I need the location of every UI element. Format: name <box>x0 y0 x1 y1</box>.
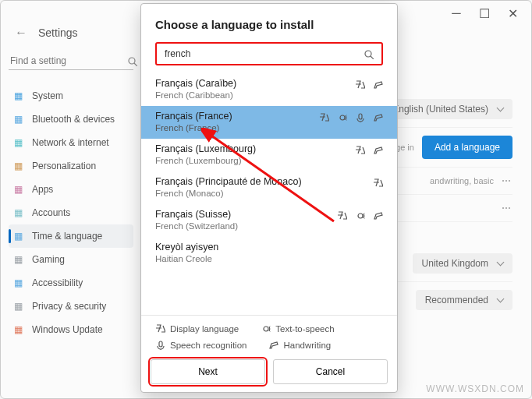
search-icon <box>127 56 137 66</box>
language-search[interactable] <box>155 42 383 65</box>
language-native-name: Français (Caraïbe) <box>155 78 383 89</box>
sidebar-item-accounts[interactable]: ▦Accounts <box>9 201 133 224</box>
language-list[interactable]: Français (Caraïbe)French (Caribbean)Fran… <box>141 73 397 315</box>
dialog-title: Choose a language to install <box>155 18 383 31</box>
sidebar-item-windows-update[interactable]: ▦Windows Update <box>9 318 133 341</box>
feature-handwriting: Handwriting <box>268 340 331 350</box>
maximize-button[interactable]: ☐ <box>470 2 498 24</box>
language-option[interactable]: Français (Luxembourg)French (Luxembourg) <box>141 139 397 171</box>
tts-icon <box>355 210 365 221</box>
language-english-name: French (Switzerland) <box>155 221 383 231</box>
language-option[interactable]: Français (Suisse)French (Switzerland) <box>141 204 397 237</box>
sidebar-item-label: Windows Update <box>32 324 103 335</box>
sidebar-item-time-language[interactable]: ▦Time & language <box>9 224 133 248</box>
next-button[interactable]: Next <box>151 359 265 384</box>
sidebar-item-apps[interactable]: ▦Apps <box>9 178 133 201</box>
install-language-dialog: Choose a language to install Français (C… <box>140 3 398 393</box>
feature-tts: Text-to-speech <box>261 323 334 334</box>
window-title: Settings <box>38 26 78 39</box>
language-english-name: French (France) <box>155 123 383 132</box>
search-icon <box>364 49 374 59</box>
sidebar-item-system[interactable]: ▦System <box>9 84 133 108</box>
hand-icon <box>373 112 383 122</box>
display-language-select[interactable]: English (United States) <box>383 99 512 119</box>
sidebar-item-label: Personalization <box>32 161 96 171</box>
hand-icon <box>373 210 383 221</box>
language-native-name: Français (Luxembourg) <box>155 143 383 154</box>
sidebar: ▦System▦Bluetooth & devices▦Network & in… <box>1 46 141 394</box>
language-option[interactable]: Français (France)French (France) <box>141 106 397 139</box>
sidebar-item-privacy-security[interactable]: ▦Privacy & security <box>9 295 133 318</box>
mic-icon <box>155 340 165 350</box>
sidebar-item-label: Bluetooth & devices <box>32 114 115 125</box>
mic-icon <box>355 112 365 122</box>
hand-icon <box>373 145 383 155</box>
sidebar-item-network-internet[interactable]: ▦Network & internet <box>9 131 133 154</box>
country-select[interactable]: United Kingdom <box>413 253 512 274</box>
back-icon[interactable]: ← <box>15 26 27 40</box>
language-option[interactable]: Kreyòl ayisyenHaitian Creole <box>141 237 397 270</box>
format-select[interactable]: Recommended <box>416 290 512 310</box>
add-language-button[interactable]: Add a language <box>422 136 512 159</box>
nav-icon: ▦ <box>12 160 24 172</box>
language-english-name: Haitian Creole <box>155 254 383 263</box>
more-icon-2[interactable]: ⋯ <box>502 203 512 214</box>
language-english-name: French (Monaco) <box>155 189 383 198</box>
language-search-input[interactable] <box>165 48 364 59</box>
sidebar-item-label: Time & language <box>32 231 102 242</box>
language-option[interactable]: Français (Principauté de Monaco)French (… <box>141 171 397 204</box>
language-english-name: French (Luxembourg) <box>155 156 383 165</box>
nav-icon: ▦ <box>12 207 24 219</box>
lang-icon <box>337 210 347 221</box>
find-setting-input[interactable] <box>10 55 127 66</box>
hand-icon <box>373 79 383 90</box>
sidebar-item-label: Apps <box>32 184 53 195</box>
lang-icon <box>155 323 165 334</box>
lang-details: andwriting, basic <box>430 176 494 185</box>
watermark: WWW.WSXDN.COM <box>426 383 524 394</box>
feature-speech: Speech recognition <box>155 340 246 350</box>
tts-icon <box>261 323 271 334</box>
feature-display-language: Display language <box>155 323 239 334</box>
language-option[interactable]: Français (Caraïbe)French (Caribbean) <box>141 73 397 106</box>
more-icon-1[interactable]: ⋯ <box>502 175 512 186</box>
sidebar-item-label: Gaming <box>32 254 65 265</box>
lang-icon <box>355 145 365 155</box>
sidebar-item-label: Privacy & security <box>32 301 106 312</box>
find-setting-search[interactable] <box>9 52 133 70</box>
language-native-name: Français (Principauté de Monaco) <box>155 176 383 187</box>
nav-icon: ▦ <box>12 90 24 102</box>
nav-icon: ▦ <box>12 323 24 336</box>
lang-icon <box>373 178 383 188</box>
nav-icon: ▦ <box>12 253 24 266</box>
sidebar-item-label: Network & internet <box>32 137 109 148</box>
language-english-name: French (Caribbean) <box>155 90 383 100</box>
lang-icon <box>319 112 329 122</box>
tts-icon <box>337 112 347 122</box>
nav-icon: ▦ <box>12 136 24 149</box>
language-native-name: Kreyòl ayisyen <box>155 242 383 252</box>
sidebar-item-gaming[interactable]: ▦Gaming <box>9 248 133 271</box>
sidebar-item-label: System <box>32 90 63 101</box>
nav-icon: ▦ <box>12 183 24 196</box>
minimize-button[interactable]: ─ <box>442 2 470 24</box>
sidebar-item-accessibility[interactable]: ▦Accessibility <box>9 271 133 295</box>
cancel-button[interactable]: Cancel <box>273 359 388 384</box>
sidebar-item-label: Accessibility <box>32 277 83 288</box>
nav-icon: ▦ <box>12 300 24 312</box>
sidebar-item-label: Accounts <box>32 207 70 218</box>
sidebar-item-personalization[interactable]: ▦Personalization <box>9 154 133 178</box>
sidebar-item-bluetooth-devices[interactable]: ▦Bluetooth & devices <box>9 108 133 131</box>
lang-icon <box>355 79 365 90</box>
nav-icon: ▦ <box>12 113 24 125</box>
nav-icon: ▦ <box>12 230 24 242</box>
close-button[interactable]: ✕ <box>498 2 527 24</box>
hand-icon <box>268 340 278 350</box>
nav-icon: ▦ <box>12 277 24 289</box>
